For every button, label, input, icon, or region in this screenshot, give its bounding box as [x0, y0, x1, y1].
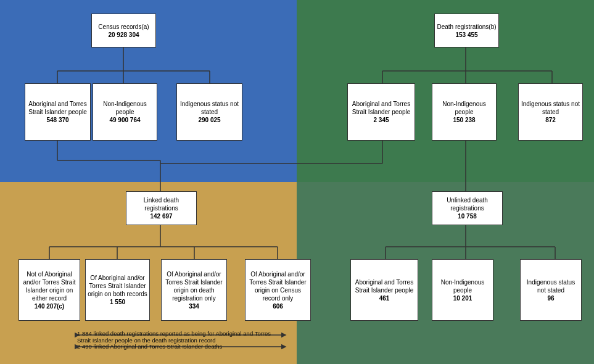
atsi-death-only-box: Of Aboriginal and/or Torres Strait Islan…: [161, 259, 227, 321]
non-indigenous-unlinked-value: 10 201: [453, 294, 472, 302]
unlinked-death-label: Unlinked death registrations: [434, 196, 500, 212]
not-stated-unlinked-label: Indigenous status not stated: [522, 278, 579, 294]
atsi-census-only-label: Of Aboriginal and/or Torres Strait Islan…: [247, 270, 308, 302]
atsi-death-only-value: 334: [189, 302, 199, 310]
atsi-both-box: Of Aboriginal and/or Torres Strait Islan…: [85, 259, 150, 321]
atsi-both-label: Of Aboriginal and/or Torres Strait Islan…: [88, 274, 147, 298]
atsi-unlinked-value: 461: [379, 294, 390, 302]
not-stated-census-box: Indigenous status not stated 290 025: [176, 83, 242, 141]
unlinked-death-box: Unlinked death registrations 10 758: [432, 191, 503, 225]
non-indigenous-census-value: 49 900 764: [109, 116, 140, 124]
not-atsi-either-box: Not of Aboriginal and/or Torres Strait I…: [19, 259, 80, 321]
not-atsi-either-value: 140 207(c): [35, 302, 64, 310]
atsi-death-label: Aboriginal and Torres Strait Islander pe…: [350, 100, 413, 116]
diagram: Census records(a) 20 928 304 Death regis…: [0, 0, 594, 364]
death-registrations-label: Death registrations(b): [437, 23, 496, 31]
not-atsi-either-label: Not of Aboriginal and/or Torres Strait I…: [21, 270, 78, 302]
not-stated-census-value: 290 025: [198, 116, 220, 124]
not-stated-death-label: Indigenous status not stated: [521, 100, 580, 116]
atsi-census-value: 548 370: [46, 116, 68, 124]
atsi-death-value: 2 345: [373, 116, 389, 124]
linked-death-box: Linked death registrations 142 697: [126, 191, 197, 225]
atsi-census-only-value: 606: [273, 302, 283, 310]
not-stated-unlinked-box: Indigenous status not stated 96: [520, 259, 582, 321]
death-registrations-box: Death registrations(b) 153 455: [434, 14, 499, 48]
non-indigenous-unlinked-label: Non-Indigenous people: [434, 278, 491, 294]
non-indigenous-census-box: Non-Indigenous people 49 900 764: [93, 83, 157, 141]
not-stated-unlinked-value: 96: [547, 294, 554, 302]
unlinked-death-value: 10 758: [458, 212, 477, 220]
census-records-label: Census records(a): [98, 23, 149, 31]
not-stated-death-value: 872: [545, 116, 556, 124]
atsi-both-value: 1 550: [110, 298, 125, 306]
linked-death-label: Linked death registrations: [128, 196, 194, 212]
annotation-2490: 2 490 linked Aboriginal and Torres Strai…: [77, 343, 284, 350]
not-stated-census-label: Indigenous status not stated: [179, 100, 240, 116]
atsi-death-only-label: Of Aboriginal and/or Torres Strait Islan…: [163, 270, 225, 302]
non-indigenous-death-box: Non-Indigenous people 150 238: [432, 83, 497, 141]
atsi-unlinked-label: Aboriginal and Torres Strait Islander pe…: [353, 278, 416, 294]
not-stated-death-box: Indigenous status not stated 872: [518, 83, 583, 141]
atsi-census-label: Aboriginal and Torres Strait Islander pe…: [27, 100, 88, 116]
atsi-census-only-box: Of Aboriginal and/or Torres Strait Islan…: [245, 259, 311, 321]
census-records-value: 20 928 304: [108, 31, 139, 39]
census-records-box: Census records(a) 20 928 304: [91, 14, 156, 48]
non-indigenous-census-label: Non-Indigenous people: [95, 100, 155, 116]
death-registrations-value: 153 455: [455, 31, 477, 39]
atsi-census-box: Aboriginal and Torres Strait Islander pe…: [25, 83, 91, 141]
atsi-death-box: Aboriginal and Torres Strait Islander pe…: [347, 83, 415, 141]
non-indigenous-death-value: 150 238: [453, 116, 475, 124]
non-indigenous-death-label: Non-Indigenous people: [434, 100, 494, 116]
atsi-unlinked-box: Aboriginal and Torres Strait Islander pe…: [350, 259, 418, 321]
annotation-1884: 1 884 linked death registrations reporte…: [77, 330, 284, 344]
linked-death-value: 142 697: [150, 212, 172, 220]
non-indigenous-unlinked-box: Non-Indigenous people 10 201: [432, 259, 493, 321]
